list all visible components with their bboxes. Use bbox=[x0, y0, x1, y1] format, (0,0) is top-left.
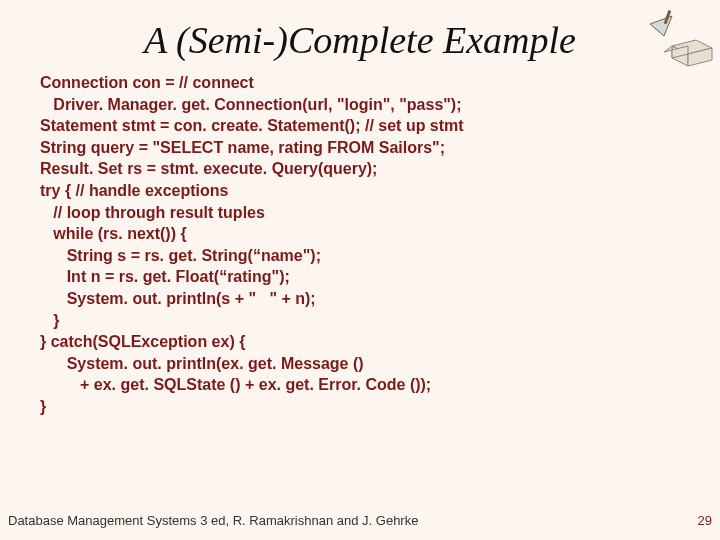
bricks-trowel-icon bbox=[644, 6, 714, 70]
slide-title: A (Semi-)Complete Example bbox=[0, 0, 720, 72]
svg-marker-4 bbox=[650, 16, 672, 36]
slide: A (Semi-)Complete Example Connection con… bbox=[0, 0, 720, 540]
code-block: Connection con = // connect Driver. Mana… bbox=[0, 72, 720, 418]
footer: Database Management Systems 3 ed, R. Ram… bbox=[8, 513, 712, 528]
page-number: 29 bbox=[698, 513, 712, 528]
footer-credit: Database Management Systems 3 ed, R. Ram… bbox=[8, 513, 418, 528]
